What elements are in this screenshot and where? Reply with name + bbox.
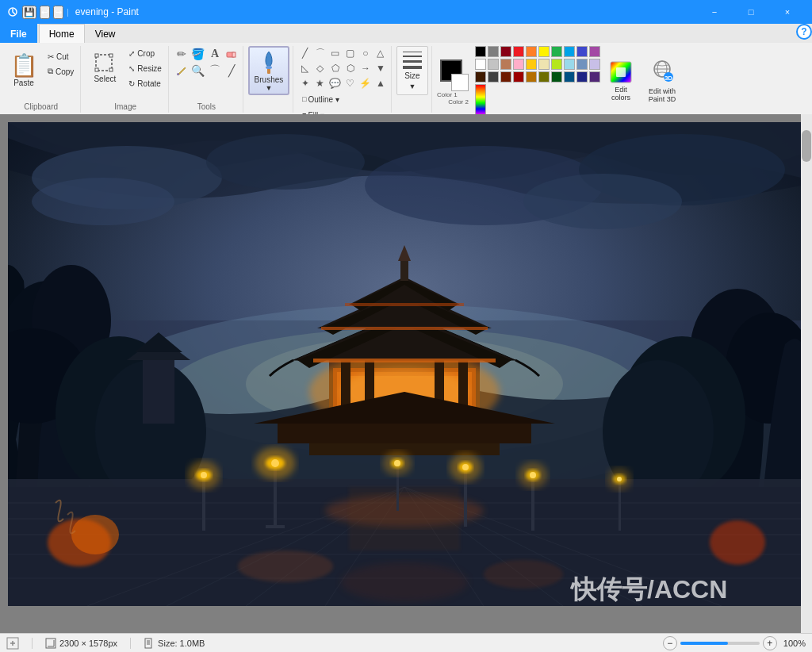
svg-rect-8 <box>232 52 236 57</box>
star4-shape[interactable]: ✦ <box>298 76 312 90</box>
swatch-red[interactable] <box>513 46 524 57</box>
rotate-button[interactable]: ↻ Rotate <box>125 76 165 90</box>
more-shapes[interactable]: ▼ <box>373 61 388 75</box>
select-button[interactable]: Select <box>86 46 124 86</box>
zoom-slider[interactable] <box>680 642 760 645</box>
help-button[interactable]: ? <box>796 24 812 40</box>
swatch-indigo[interactable] <box>589 71 600 82</box>
swatch-yellow[interactable] <box>538 46 550 57</box>
vertical-scrollbar[interactable] <box>801 114 812 633</box>
swatch-crimson[interactable] <box>513 71 524 82</box>
swatch-lime[interactable] <box>551 59 562 70</box>
star5-shape[interactable]: ★ <box>313 76 327 90</box>
heart-shape[interactable]: ♡ <box>343 76 358 90</box>
svg-point-108 <box>607 468 631 490</box>
save-qa-button[interactable]: 💾 <box>22 6 36 19</box>
size-button[interactable]: Size ▼ <box>396 46 428 95</box>
canvas-area[interactable]: 快传号/ACCN <box>0 114 812 633</box>
swatch-cream[interactable] <box>538 59 550 70</box>
rtriangle-shape[interactable]: ◺ <box>298 61 312 75</box>
colorpicker-tool[interactable] <box>174 63 190 79</box>
oval-shape[interactable]: ○ <box>358 46 373 60</box>
hexagon-shape[interactable]: ⬡ <box>343 61 358 75</box>
swatch-maroon[interactable] <box>500 71 511 82</box>
svg-rect-121 <box>145 639 151 648</box>
swatch-lavender[interactable] <box>589 59 600 70</box>
swatch-cornflower[interactable] <box>576 59 588 70</box>
swatch-cyan[interactable] <box>564 46 575 57</box>
swatch-darkred[interactable] <box>500 46 511 57</box>
swatch-gray[interactable] <box>488 46 499 57</box>
new-button-status[interactable] <box>6 637 19 650</box>
outline-button[interactable]: □ Outline ▾ <box>298 92 388 106</box>
tab-file[interactable]: File <box>0 24 37 43</box>
swatch-pink[interactable] <box>513 59 524 70</box>
rect-shape[interactable]: ▭ <box>328 46 343 60</box>
redo-qa-button[interactable]: ↪ <box>53 6 63 19</box>
callout-shape[interactable]: 💬 <box>328 76 343 90</box>
scrollbar-thumb[interactable] <box>802 130 811 162</box>
paste-button[interactable]: 📋 Paste <box>5 46 43 94</box>
arrow-shape[interactable]: → <box>358 61 373 75</box>
line-tool[interactable]: ╱ <box>224 63 239 79</box>
close-button[interactable]: × <box>769 0 806 24</box>
crop-button[interactable]: ⤢ Crop <box>125 46 165 60</box>
swatch-darkgray2[interactable] <box>488 71 499 82</box>
shapes-group: ╱ ⌒ ▭ ▢ ○ △ ◺ ◇ ⬠ ⬡ → ▼ ✦ ★ 💬 <box>295 46 392 113</box>
size-line-2 <box>403 56 422 57</box>
swatch-sienna[interactable] <box>526 71 537 82</box>
swatch-olive[interactable] <box>538 71 550 82</box>
outline-icon: □ <box>302 95 306 103</box>
swatch-lightgray[interactable] <box>488 59 499 70</box>
color-palette-wrapper <box>475 46 600 116</box>
swatch-navy[interactable] <box>576 71 588 82</box>
copy-button[interactable]: ⧉ Copy <box>44 64 77 79</box>
edit-paint3d-button[interactable]: 3D Edit with Paint 3D <box>642 56 683 105</box>
triangle-shape[interactable]: △ <box>373 46 388 60</box>
cut-button[interactable]: ✂ Cut <box>44 49 77 63</box>
tab-home[interactable]: Home <box>39 24 85 43</box>
maximize-button[interactable]: □ <box>733 0 769 24</box>
color2-swatch[interactable] <box>451 74 469 91</box>
curve-shape[interactable]: ⌒ <box>313 46 327 60</box>
text-tool[interactable]: A <box>207 46 223 62</box>
minimize-button[interactable]: − <box>696 0 733 24</box>
swatch-orange[interactable] <box>526 46 537 57</box>
swatch-blue[interactable] <box>576 46 588 57</box>
swatch-green[interactable] <box>551 46 562 57</box>
brushes-button[interactable]: Brushes ▼ <box>248 46 289 95</box>
swatch-spectral1[interactable] <box>475 84 486 116</box>
image-group: Select ⤢ Crop ⤡ Resize ↻ Rotate Image <box>82 46 169 113</box>
edit-colors-button[interactable]: Edit colors <box>603 56 638 105</box>
fill-tool[interactable]: 🪣 <box>190 46 206 62</box>
line-shape[interactable]: ╱ <box>298 46 312 60</box>
resize-button[interactable]: ⤡ Resize <box>125 61 165 75</box>
undo-qa-button[interactable]: ↩ <box>40 6 50 19</box>
zoom-in-button[interactable]: + <box>763 636 777 650</box>
lightning-shape[interactable]: ⚡ <box>358 76 373 90</box>
swatch-black[interactable] <box>475 46 486 57</box>
magnifier-tool[interactable]: 🔍 <box>190 63 206 79</box>
zoom-out-button[interactable]: − <box>663 636 677 650</box>
colors-group: Color 1 Color 2 <box>434 46 686 113</box>
svg-point-111 <box>710 520 765 565</box>
eraser-tool[interactable] <box>224 46 239 62</box>
tab-view[interactable]: View <box>85 24 126 43</box>
swatch-brown[interactable] <box>500 59 511 70</box>
swatch-darkbrown[interactable] <box>475 71 486 82</box>
shapes-up[interactable]: ▲ <box>373 76 388 90</box>
swatch-darkgreen[interactable] <box>551 71 562 82</box>
pentagon-shape[interactable]: ⬠ <box>328 61 343 75</box>
swatch-gold[interactable] <box>526 59 537 70</box>
pencil-tool[interactable]: ✏ <box>174 46 190 62</box>
roundrect-shape[interactable]: ▢ <box>343 46 358 60</box>
swatch-teal[interactable] <box>564 71 575 82</box>
diamond-shape[interactable]: ◇ <box>313 61 327 75</box>
swatch-white[interactable] <box>475 59 486 70</box>
svg-point-11 <box>266 66 272 69</box>
swatch-purple[interactable] <box>589 46 600 57</box>
swatch-skyblue[interactable] <box>564 59 575 70</box>
svg-point-104 <box>519 462 547 488</box>
palette-row-3 <box>475 71 600 82</box>
curve-tool[interactable]: ⌒ <box>207 63 223 79</box>
